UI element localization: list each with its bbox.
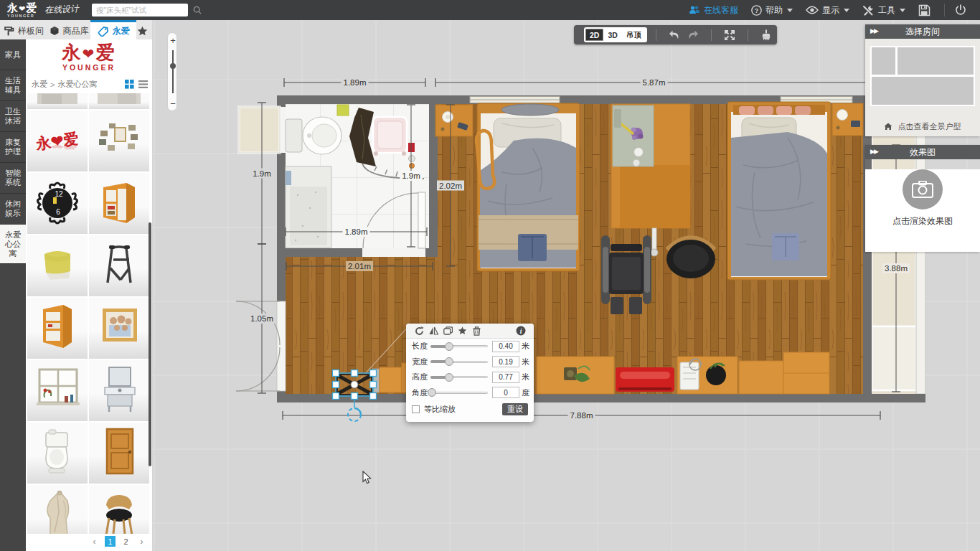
list-view-icon[interactable] bbox=[138, 80, 148, 88]
property-input[interactable] bbox=[492, 387, 519, 398]
zoom-out-button[interactable]: − bbox=[168, 99, 178, 108]
box-icon bbox=[50, 26, 60, 36]
panel-scrollbar[interactable] bbox=[149, 222, 151, 466]
resize-handle[interactable] bbox=[333, 382, 339, 388]
product-item-partial-left[interactable] bbox=[27, 93, 88, 109]
save-button[interactable] bbox=[918, 4, 934, 17]
reset-button[interactable]: 重设 bbox=[502, 403, 528, 415]
product-item-photowall[interactable] bbox=[89, 110, 149, 171]
property-input[interactable] bbox=[492, 356, 519, 367]
brand-logo: 永❤爱 YOUNGER bbox=[26, 39, 152, 72]
resize-handle[interactable] bbox=[352, 393, 358, 400]
zoom-in-button[interactable]: + bbox=[168, 36, 178, 45]
property-slider[interactable] bbox=[430, 389, 488, 396]
display-label: 显示 bbox=[822, 4, 839, 17]
sidebar-item-3[interactable]: 康复护理 bbox=[0, 132, 26, 163]
rotate-icon[interactable] bbox=[412, 325, 426, 336]
clean-button[interactable] bbox=[757, 27, 776, 43]
power-icon bbox=[955, 4, 966, 16]
tab-products[interactable]: 商品库 bbox=[47, 20, 90, 39]
customer-service-button[interactable]: 在线客服 bbox=[689, 4, 738, 17]
property-input[interactable] bbox=[492, 372, 519, 383]
collapse-icon[interactable]: ▶▶ bbox=[870, 27, 877, 34]
page-button-1[interactable]: 1 bbox=[105, 536, 116, 547]
sidebar-item-4[interactable]: 智能系统 bbox=[0, 163, 26, 194]
property-slider[interactable] bbox=[430, 358, 488, 365]
bed-single-right[interactable] bbox=[727, 102, 831, 280]
mode-3d-button[interactable]: 3D bbox=[603, 29, 621, 41]
fullscreen-button[interactable] bbox=[720, 27, 739, 43]
info-icon[interactable]: i bbox=[514, 325, 528, 336]
render-camera-button[interactable] bbox=[903, 169, 943, 209]
product-item-clock[interactable]: 126 bbox=[27, 173, 88, 234]
search-icon[interactable] bbox=[193, 6, 202, 14]
sidebar-item-0[interactable]: 家具 bbox=[0, 39, 26, 70]
sidebar-item-5[interactable]: 休闲娱乐 bbox=[0, 194, 26, 225]
favorite-icon[interactable] bbox=[455, 325, 469, 336]
svg-text:1.9m: 1.9m bbox=[253, 169, 271, 178]
room-thumbnail[interactable] bbox=[870, 46, 975, 106]
product-item-vanity[interactable] bbox=[89, 360, 149, 421]
page-prev-button[interactable]: ‹ bbox=[89, 536, 100, 547]
resize-handle[interactable] bbox=[370, 382, 377, 388]
tab-templates[interactable]: 样板间 bbox=[0, 20, 47, 39]
resize-handle[interactable] bbox=[370, 393, 377, 400]
search-box[interactable] bbox=[92, 4, 188, 17]
page-button-2[interactable]: 2 bbox=[121, 536, 131, 547]
display-menu[interactable]: 显示 bbox=[806, 4, 849, 17]
nightstand[interactable] bbox=[832, 103, 863, 136]
product-item-partial-right[interactable] bbox=[89, 93, 149, 109]
flip-icon[interactable] bbox=[426, 325, 440, 336]
product-item-door[interactable] bbox=[89, 423, 149, 484]
page-next-button[interactable]: › bbox=[136, 536, 147, 547]
undo-button[interactable] bbox=[665, 27, 684, 43]
resize-handle[interactable] bbox=[333, 370, 339, 377]
property-slider[interactable] bbox=[430, 374, 488, 381]
property-slider[interactable] bbox=[430, 343, 488, 350]
collapse-icon[interactable]: ▶▶ bbox=[870, 148, 877, 155]
mode-ceiling-button[interactable]: 吊顶 bbox=[622, 29, 646, 41]
product-item-logo3d[interactable]: 永❤爱永❤爱 bbox=[27, 110, 88, 171]
product-item-window[interactable] bbox=[27, 360, 88, 421]
tools-icon bbox=[862, 5, 875, 16]
breadcrumb-root[interactable]: 永爱 bbox=[32, 79, 47, 90]
copy-icon[interactable] bbox=[440, 325, 455, 336]
search-input[interactable] bbox=[92, 6, 193, 14]
view-panorama-link[interactable]: 点击查看全景户型 bbox=[865, 121, 980, 132]
floorplan-canvas[interactable]: 1.89m 5.87m 1.9m 1.05m 1.89m bbox=[152, 20, 980, 551]
resize-handle[interactable] bbox=[352, 370, 358, 377]
product-item-cabinet[interactable] bbox=[27, 298, 88, 359]
delete-icon[interactable] bbox=[469, 325, 484, 336]
product-item-stool[interactable] bbox=[27, 235, 88, 296]
view-mode-switch: 2D 3D 吊顶 bbox=[584, 27, 647, 42]
tab-favorites[interactable] bbox=[136, 20, 152, 39]
product-item-familyphoto[interactable] bbox=[89, 298, 149, 359]
product-item-wardrobe[interactable] bbox=[89, 173, 149, 234]
help-menu[interactable]: ? 帮助 bbox=[751, 4, 793, 17]
bed-single-left[interactable] bbox=[476, 103, 580, 271]
svg-text:1.89m: 1.89m bbox=[345, 227, 368, 236]
floor-plan[interactable]: 1.89m 5.87m 1.9m 1.05m 1.89m bbox=[152, 20, 980, 551]
property-input[interactable] bbox=[492, 341, 519, 352]
product-item-walker[interactable] bbox=[89, 235, 149, 296]
desk[interactable] bbox=[435, 105, 473, 136]
product-item-toilet[interactable] bbox=[27, 423, 88, 484]
mode-2d-button[interactable]: 2D bbox=[585, 29, 603, 41]
resize-handle[interactable] bbox=[333, 393, 339, 400]
sidebar-item-1[interactable]: 生活辅具 bbox=[0, 70, 26, 101]
round-stool[interactable] bbox=[666, 238, 715, 278]
scale-lock-checkbox[interactable] bbox=[412, 405, 420, 413]
eye-icon bbox=[806, 6, 819, 14]
redo-button[interactable] bbox=[684, 27, 702, 43]
zoom-slider[interactable]: + − bbox=[167, 32, 177, 111]
move-handle[interactable] bbox=[351, 381, 358, 388]
view-panorama-label: 点击查看全景户型 bbox=[898, 122, 961, 131]
tools-menu[interactable]: 工具 bbox=[862, 4, 905, 17]
sidebar-item-6[interactable]: 永爱心公寓 bbox=[0, 225, 26, 264]
tab-brand-active[interactable]: 永爱 bbox=[90, 20, 136, 39]
zoom-handle[interactable] bbox=[170, 63, 176, 69]
resize-handle[interactable] bbox=[370, 370, 377, 377]
grid-view-icon[interactable] bbox=[125, 80, 134, 89]
sidebar-item-2[interactable]: 卫生沐浴 bbox=[0, 101, 26, 132]
exit-button[interactable] bbox=[955, 4, 970, 16]
